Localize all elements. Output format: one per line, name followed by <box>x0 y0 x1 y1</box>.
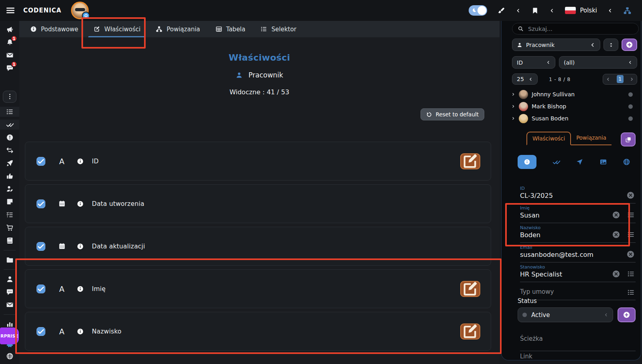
sidebar: 11 <box>0 21 19 364</box>
detail-field-nazwisko[interactable]: NazwiskoBoden <box>520 223 636 243</box>
reset-to-default-button[interactable]: Reset to default <box>421 108 484 120</box>
person-name: Susan Boden <box>532 115 569 122</box>
sort-field-select[interactable]: ID <box>512 56 555 69</box>
menu-icon[interactable] <box>6 6 15 15</box>
page-size-select[interactable]: 25 <box>512 73 538 85</box>
detail-field-stanowisko[interactable]: StanowiskoHR Specialist <box>520 262 636 282</box>
send-icon[interactable] <box>576 158 583 166</box>
edit-button[interactable] <box>460 323 480 340</box>
clear-icon[interactable] <box>612 270 620 278</box>
sidebar-item-transfers[interactable] <box>0 145 19 155</box>
sidebar-item-list-view[interactable] <box>0 107 19 117</box>
list-icon[interactable] <box>627 270 635 278</box>
tab-wlasciwosci[interactable]: Właściwości <box>526 132 571 145</box>
search-input[interactable] <box>528 26 633 32</box>
list-item-person[interactable]: Susan Boden <box>504 112 638 124</box>
sidebar-item-library[interactable] <box>0 236 19 246</box>
theme-toggle[interactable] <box>469 5 487 16</box>
language-select[interactable]: Polski <box>565 7 597 14</box>
info-icon[interactable] <box>77 200 84 207</box>
row-checkbox[interactable] <box>37 157 45 166</box>
tab-selektor[interactable]: Selektor <box>253 21 304 37</box>
row-checkbox[interactable] <box>37 327 45 336</box>
tab-powiazania[interactable]: Powiązania <box>571 132 612 144</box>
collapse-chevron-icon[interactable] <box>516 8 521 13</box>
brand-logo[interactable]: CODENICA <box>23 7 61 14</box>
clear-icon[interactable] <box>612 211 620 219</box>
entity-select[interactable]: Pracownik <box>512 39 600 51</box>
sidebar-item-comments[interactable] <box>0 287 19 297</box>
detail-field-typ-umowy[interactable]: Typ umowy <box>520 282 636 300</box>
sidebar-item-checklist[interactable] <box>0 210 19 220</box>
add-record-button[interactable] <box>622 39 637 51</box>
duplicate-button[interactable] <box>621 132 636 146</box>
row-checkbox[interactable] <box>37 242 45 251</box>
collapse-chevron-icon-2[interactable] <box>549 8 555 13</box>
expand-chevron-icon[interactable] <box>511 92 515 96</box>
add-status-button[interactable] <box>618 307 636 322</box>
list-icon[interactable] <box>627 211 635 219</box>
expand-chevron-icon[interactable] <box>511 104 515 108</box>
tab-podstawowe[interactable]: Podstawowe <box>22 21 86 37</box>
sidebar-item-inbox[interactable] <box>0 300 19 310</box>
brush-icon[interactable] <box>498 7 505 14</box>
sidebar-item-notes[interactable] <box>0 197 19 207</box>
tab-label: Powiązania <box>167 26 200 33</box>
current-page[interactable]: 1 <box>617 75 624 83</box>
bookmark-icon[interactable] <box>531 7 539 14</box>
sidebar-item-approvals[interactable] <box>0 120 19 130</box>
sidebar-item-mail[interactable] <box>0 50 19 60</box>
info-icon[interactable] <box>77 285 84 293</box>
filter-select[interactable]: (all) <box>559 56 637 69</box>
clear-icon[interactable] <box>626 191 635 199</box>
sidebar-item-more-menu[interactable] <box>3 91 16 103</box>
sidebar-item-likes[interactable] <box>0 171 19 181</box>
sidebar-item-chat[interactable]: 1 <box>0 63 19 73</box>
tab-powi-zania[interactable]: Powiązania <box>148 21 207 37</box>
row-checkbox[interactable] <box>37 199 45 208</box>
sidebar-item-alerts[interactable] <box>0 132 19 142</box>
prev-page-icon[interactable] <box>606 77 610 81</box>
detail-field-email[interactable]: Emailsusanboden@test.com <box>520 243 636 262</box>
collapse-chevron-icon-3[interactable] <box>607 8 613 13</box>
tab-tabela[interactable]: Tabela <box>208 21 253 37</box>
globe-icon[interactable] <box>623 158 630 166</box>
status-select[interactable]: Active <box>518 307 613 322</box>
avatar[interactable]: ⚙ <box>71 2 89 19</box>
detail-field-imi-[interactable]: ImięSusan <box>520 203 636 223</box>
sort-order-button[interactable] <box>603 39 618 51</box>
status-value: Active <box>531 311 550 319</box>
sidebar-item-files[interactable] <box>0 255 19 265</box>
edit-button[interactable] <box>460 153 480 169</box>
next-page-icon[interactable] <box>630 77 634 81</box>
image-icon[interactable] <box>599 158 607 166</box>
info-icon[interactable] <box>77 328 84 335</box>
list-item-person[interactable]: Mark Bishop <box>504 100 638 112</box>
clear-icon[interactable] <box>626 250 635 258</box>
link-field[interactable]: Link <box>520 353 532 360</box>
list-icon[interactable] <box>627 231 635 238</box>
expand-chevron-icon[interactable] <box>511 116 515 120</box>
tab-w-a-ciwo-ci[interactable]: Właściwości <box>86 21 148 37</box>
sidebar-item-user-edit[interactable] <box>0 184 19 194</box>
path-field[interactable]: Ścieżka <box>520 335 636 351</box>
gear-badge-icon[interactable]: ⚙ <box>82 12 90 20</box>
sidebar-item-notifications[interactable]: 1 <box>0 37 19 47</box>
sidebar-item-cart[interactable] <box>0 223 19 233</box>
sidebar-item-world[interactable] <box>0 351 19 361</box>
info-tab-button[interactable] <box>518 155 536 169</box>
info-icon[interactable] <box>77 158 84 165</box>
detail-field-id[interactable]: IDCL-3/2025 <box>520 184 636 203</box>
clear-icon[interactable] <box>612 230 620 239</box>
sitemap-icon[interactable] <box>623 6 632 15</box>
double-check-icon[interactable] <box>553 158 560 166</box>
edit-button[interactable] <box>460 281 480 297</box>
sidebar-item-announcements[interactable] <box>0 24 19 35</box>
row-checkbox[interactable] <box>37 285 45 293</box>
sidebar-item-contacts[interactable] <box>0 274 19 284</box>
list-item-person[interactable]: Johnny Sullivan <box>504 88 638 100</box>
list-icon[interactable] <box>627 289 635 296</box>
sidebar-item-launch[interactable] <box>0 158 19 168</box>
info-icon[interactable] <box>77 243 84 250</box>
chevron-left-icon <box>528 77 533 81</box>
